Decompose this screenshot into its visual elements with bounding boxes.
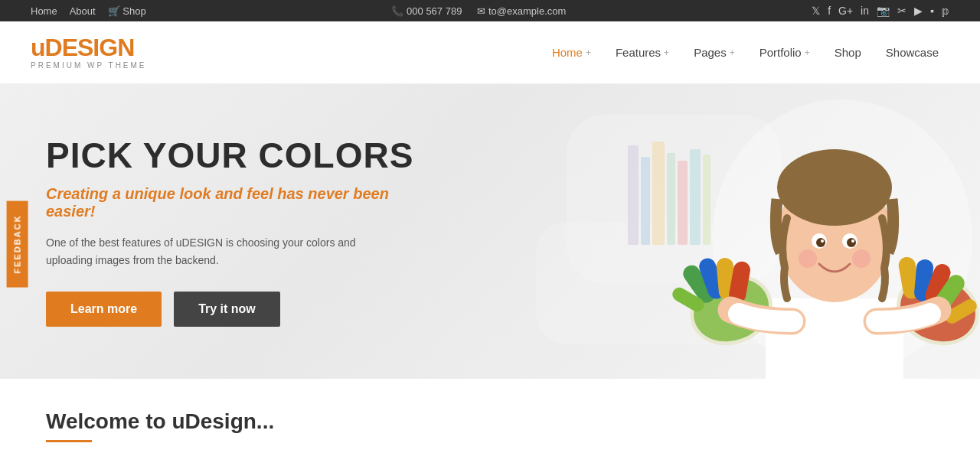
logo-u: u xyxy=(31,34,45,61)
email-icon: ✉ xyxy=(477,5,485,17)
hero-section: PICK YOUR COLORS Creating a unique look … xyxy=(0,84,980,379)
svg-point-19 xyxy=(851,240,854,243)
social-links: 𝕏 f G+ in 📷 ✂ ▶ ▪ 𝕡 xyxy=(812,5,949,17)
linkedin-icon[interactable]: in xyxy=(861,5,869,17)
logo-text: uDESIGN xyxy=(31,35,147,60)
hero-subtitle: Creating a unique look and feel has neve… xyxy=(46,185,429,220)
nav-shop[interactable]: Shop xyxy=(824,40,872,65)
main-nav: Home + Features + Pages + Portfolio + Sh… xyxy=(541,40,949,65)
topbar: Home About 🛒 Shop 📞 000 567 789 ✉ to@exa… xyxy=(0,0,980,21)
facebook-icon[interactable]: f xyxy=(828,5,831,17)
topbar-nav: Home About 🛒 Shop xyxy=(31,5,146,17)
svg-point-13 xyxy=(777,149,892,226)
hero-buttons: Learn more Try it now xyxy=(46,292,429,327)
phone-info: 📞 000 567 789 xyxy=(391,5,462,17)
logo-tagline: PREMIUM WP THEME xyxy=(31,61,147,70)
nav-portfolio-plus: + xyxy=(805,47,810,58)
instagram-icon[interactable]: 📷 xyxy=(877,5,890,17)
cart-icon: 🛒 xyxy=(108,5,120,17)
rss-icon[interactable]: ✂ xyxy=(897,5,906,17)
topbar-contact: 📞 000 567 789 ✉ to@example.com xyxy=(391,5,566,17)
youtube-icon[interactable]: ▶ xyxy=(914,5,923,17)
logo[interactable]: uDESIGN PREMIUM WP THEME xyxy=(31,35,147,70)
welcome-underline xyxy=(46,440,92,442)
topbar-shop-link[interactable]: 🛒 Shop xyxy=(108,5,146,17)
hero-image xyxy=(597,84,980,379)
hero-child-illustration xyxy=(597,84,980,379)
learn-more-button[interactable]: Learn more xyxy=(46,292,162,327)
email-info: ✉ to@example.com xyxy=(477,5,566,17)
topbar-about-link[interactable]: About xyxy=(70,5,96,17)
svg-point-18 xyxy=(821,240,824,243)
nav-pages[interactable]: Pages + xyxy=(683,40,746,65)
svg-point-17 xyxy=(847,238,856,247)
twitter-icon[interactable]: 𝕏 xyxy=(812,5,820,17)
header: uDESIGN PREMIUM WP THEME Home + Features… xyxy=(0,21,980,84)
svg-point-20 xyxy=(799,249,817,268)
hero-title: PICK YOUR COLORS xyxy=(46,136,429,175)
nav-features-plus: + xyxy=(664,47,669,58)
topbar-home-link[interactable]: Home xyxy=(31,5,57,17)
below-hero-section: Welcome to uDesign... xyxy=(0,379,980,458)
svg-point-16 xyxy=(816,238,825,247)
nav-portfolio[interactable]: Portfolio + xyxy=(749,40,821,65)
googleplus-icon[interactable]: G+ xyxy=(838,5,853,17)
svg-point-21 xyxy=(852,249,871,268)
nav-showcase[interactable]: Showcase xyxy=(875,40,949,65)
nav-features[interactable]: Features + xyxy=(605,40,680,65)
nav-home[interactable]: Home + xyxy=(541,40,602,65)
hero-content: PICK YOUR COLORS Creating a unique look … xyxy=(0,90,475,373)
hero-description: One of the best features of uDESIGN is c… xyxy=(46,234,368,269)
welcome-title: Welcome to uDesign... xyxy=(46,409,934,434)
tumblr-icon[interactable]: ▪ xyxy=(930,5,934,17)
try-it-now-button[interactable]: Try it now xyxy=(174,292,280,327)
nav-home-plus: + xyxy=(586,47,591,58)
phone-icon: 📞 xyxy=(391,5,403,17)
nav-pages-plus: + xyxy=(730,47,735,58)
pinterest-icon[interactable]: 𝕡 xyxy=(942,5,949,17)
